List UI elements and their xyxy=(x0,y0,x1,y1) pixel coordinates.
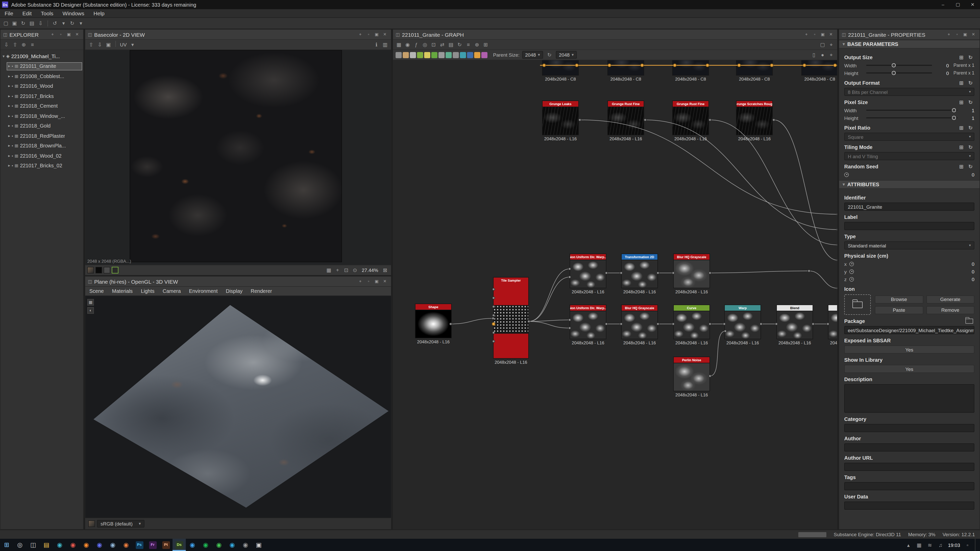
menu-windows[interactable]: Windows xyxy=(58,10,89,16)
view3d-menu-display[interactable]: Display xyxy=(222,288,247,294)
graph-node[interactable]: 2048x2048 - C8 xyxy=(736,60,773,82)
frame-icon[interactable]: ⊞ xyxy=(482,41,490,48)
output-width-slider[interactable] xyxy=(866,65,932,66)
record-icon[interactable]: ● xyxy=(819,51,826,59)
view2d-canvas[interactable]: 2048 x 2048 (RGBA...) xyxy=(85,50,391,265)
float-icon[interactable]: ▫ xyxy=(365,278,372,285)
view3d-canvas[interactable]: ▦◐ xyxy=(85,296,391,518)
size-link-icon[interactable]: ⊞ xyxy=(958,53,965,61)
minimize-icon[interactable]: – xyxy=(935,0,950,9)
chrome-icon[interactable]: ◉ xyxy=(66,539,80,551)
menu-file[interactable]: File xyxy=(0,10,18,16)
label-field[interactable] xyxy=(844,222,974,230)
grayscale-chip-icon[interactable] xyxy=(438,52,445,58)
tree-item[interactable]: ▸▪▦221011_Granite xyxy=(6,62,82,70)
chevron-down-icon[interactable]: ▾ xyxy=(3,54,5,59)
identifier-field[interactable]: 221011_Granite xyxy=(844,203,974,211)
view3d-menu-renderer[interactable]: Renderer xyxy=(247,288,276,294)
swap-icon[interactable]: ⇄ xyxy=(438,41,446,48)
maximize-icon[interactable]: ▣ xyxy=(962,31,969,38)
gradient-chip-icon[interactable] xyxy=(403,52,409,58)
levels-chip-icon[interactable] xyxy=(424,52,430,58)
pink-chip-icon[interactable] xyxy=(481,52,487,58)
output-format-select[interactable]: 8 Bits per Channel ▾ xyxy=(844,88,974,96)
tags-field[interactable] xyxy=(844,482,974,490)
graph-node[interactable]: Grunge Rust Fine2048x2048 - L16 xyxy=(608,100,644,141)
show-in-library-toggle[interactable]: Yes xyxy=(844,365,974,373)
remove-button[interactable]: Remove xyxy=(926,306,974,314)
pan-icon[interactable]: + xyxy=(334,266,342,274)
blender-icon[interactable]: ◉ xyxy=(119,539,133,551)
output-height-slider[interactable] xyxy=(866,73,932,73)
channels-icon[interactable]: ▣ xyxy=(105,41,112,48)
align-icon[interactable]: ≡ xyxy=(465,41,472,48)
screenshot-icon[interactable]: ◉ xyxy=(404,41,411,48)
browse-button[interactable]: Browse xyxy=(875,295,923,303)
export-icon[interactable]: ⇧ xyxy=(11,41,19,48)
size-link-icon[interactable]: ⊞ xyxy=(958,124,965,131)
reset-icon[interactable]: ↻ xyxy=(967,124,974,131)
uv-mode-label[interactable]: UV xyxy=(120,42,127,48)
epic-icon[interactable]: ▣ xyxy=(252,539,266,551)
gray-background-swatch[interactable] xyxy=(103,267,110,273)
graph-node[interactable]: Blur HQ Grayscale2048x2048 - L16 xyxy=(621,305,658,345)
fresco-icon[interactable]: Fr xyxy=(146,539,159,551)
blend-chip-icon[interactable] xyxy=(410,52,416,58)
type-select[interactable]: Standard material ▾ xyxy=(844,241,974,249)
show-desktop-button[interactable] xyxy=(975,539,977,551)
zoom-level[interactable]: 27.44% xyxy=(362,267,378,273)
menu-tools[interactable]: Tools xyxy=(36,10,58,16)
menu-edit[interactable]: Edit xyxy=(18,10,36,16)
open-package-icon[interactable] xyxy=(966,318,973,324)
graph-node[interactable]: Blend2048x2048 - L16 xyxy=(776,305,813,345)
export-image-icon[interactable]: ⇧ xyxy=(87,41,95,48)
noise-chip-icon[interactable] xyxy=(453,52,459,58)
view3d-menu-camera[interactable]: Camera xyxy=(159,288,185,294)
generate-button[interactable]: Generate xyxy=(926,295,974,303)
tray-expand-icon[interactable]: ▴ xyxy=(904,541,912,549)
chevron-down-icon[interactable]: ▾ xyxy=(129,41,136,48)
tree-item[interactable]: ▸▪▦221018_BrownPla... xyxy=(6,141,82,150)
environment-swatch[interactable] xyxy=(88,520,95,527)
close-icon[interactable]: ✕ xyxy=(970,31,977,38)
maximize-icon[interactable]: ▣ xyxy=(373,278,380,285)
filter-icon[interactable]: ≡ xyxy=(29,41,36,48)
chevron-right-icon[interactable]: ▸ xyxy=(8,124,10,128)
warning-chip-icon[interactable] xyxy=(474,52,480,58)
close-icon[interactable]: ✕ xyxy=(965,0,980,9)
fit-view-icon[interactable]: ⊡ xyxy=(342,266,350,274)
pin-icon[interactable]: ⌖ xyxy=(827,51,835,59)
attributes-section[interactable]: ▾ ATTRIBUTES xyxy=(839,180,980,189)
start-button[interactable]: ⊞ xyxy=(0,539,13,551)
pixel-width-value[interactable]: 1 xyxy=(961,107,974,113)
info-icon[interactable]: ℹ xyxy=(372,41,380,48)
graph-node[interactable]: Non Uniform Dir. Warp...2048x2048 - L16 xyxy=(570,254,606,294)
parent-size-select[interactable]: 2048 ▾ xyxy=(522,51,543,59)
steam-icon[interactable]: ◉ xyxy=(106,539,119,551)
tray-app-icon[interactable]: ▦ xyxy=(915,541,923,549)
telegram-icon[interactable]: ◉ xyxy=(226,539,239,551)
file-explorer-icon[interactable]: ▤ xyxy=(40,539,53,551)
size-link-icon[interactable]: ⊞ xyxy=(958,98,965,106)
chevron-right-icon[interactable]: ▸ xyxy=(8,103,10,108)
grid-snap-icon[interactable]: ▦ xyxy=(395,41,403,48)
graph-node[interactable]: Blur HQ Grayscale2048x2048 - L16 xyxy=(673,254,710,294)
chevron-right-icon[interactable]: ▸ xyxy=(8,163,10,168)
chevron-right-icon[interactable]: ▸ xyxy=(8,133,10,138)
graph-node[interactable]: Shape2048x2048 - L16 xyxy=(415,303,452,345)
pin-icon[interactable]: ⌖ xyxy=(803,31,810,38)
task-view-button[interactable]: ◫ xyxy=(27,539,40,551)
drag-knob-icon[interactable] xyxy=(850,277,854,281)
substance-designer-icon[interactable]: Ds xyxy=(172,539,186,551)
author-field[interactable] xyxy=(844,443,974,451)
paste-button[interactable]: Paste xyxy=(875,306,923,314)
pause-icon[interactable]: ▯ xyxy=(810,51,818,59)
histogram-icon[interactable]: ▥ xyxy=(381,41,389,48)
graph-node[interactable]: Tile Sampler2048x2048 - L16 xyxy=(493,277,529,365)
uniform-color-chip-icon[interactable] xyxy=(467,52,473,58)
tiling-icon[interactable]: ▦ xyxy=(325,266,333,274)
pin-icon[interactable]: ⌖ xyxy=(49,31,56,38)
pixel-ratio-select[interactable]: Square ▾ xyxy=(844,133,974,141)
package-field[interactable]: eet/SubstanceDesigner/221009_Michael_Tie… xyxy=(844,326,974,334)
user-data-field[interactable] xyxy=(844,502,974,510)
